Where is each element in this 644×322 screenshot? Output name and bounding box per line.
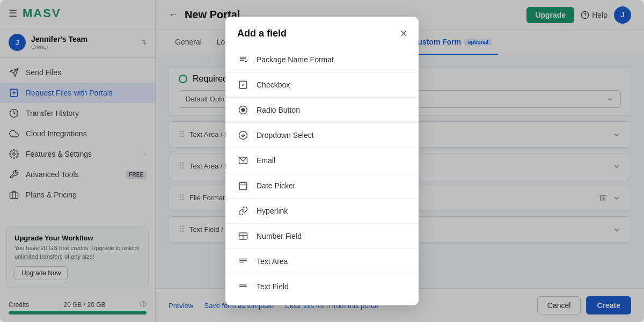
svg-point-8 (241, 108, 245, 112)
modal-item-label-number-field: Number Field (257, 232, 407, 240)
text-format-icon (237, 54, 249, 65)
modal-item-label-radio-button: Radio Button (257, 106, 407, 114)
modal-item-label-hyperlink: Hyperlink (257, 207, 407, 215)
modal-item-label-checkbox: Checkbox (257, 80, 407, 89)
modal-item-hyperlink[interactable]: Hyperlink (225, 199, 419, 224)
email-icon (237, 155, 249, 166)
checkbox-icon (237, 79, 249, 91)
number-icon (237, 230, 249, 242)
modal-header: Add a field × (225, 17, 419, 47)
text-field-icon (237, 281, 249, 292)
add-field-modal: Add a field × Package Name Format (225, 17, 419, 305)
modal-item-label-email: Email (257, 156, 407, 165)
modal-item-radio-button[interactable]: Radio Button (225, 98, 419, 123)
radio-icon (237, 104, 249, 116)
modal-item-package-name[interactable]: Package Name Format (225, 47, 419, 72)
modal-overlay[interactable]: Add a field × Package Name Format (0, 0, 644, 322)
modal-item-date-picker[interactable]: Date Picker (225, 173, 419, 199)
text-area-icon (237, 255, 249, 267)
modal-item-number-field[interactable]: Number Field (225, 224, 419, 249)
link-icon (237, 205, 249, 217)
main-content: ← New Portal Upgrade Help J General Look… (156, 0, 644, 322)
modal-item-label-package-name: Package Name Format (257, 55, 407, 64)
modal-item-email[interactable]: Email (225, 148, 419, 173)
modal-item-label-text-field: Text Field (257, 282, 407, 291)
modal-item-dropdown-select[interactable]: Dropdown Select (225, 123, 419, 148)
dropdown-icon (237, 129, 249, 141)
modal-item-text-area[interactable]: Text Area (225, 249, 419, 274)
modal-items-list: Package Name Format Checkbox (225, 47, 419, 305)
modal-title: Add a field (237, 28, 287, 39)
svg-rect-12 (239, 182, 247, 190)
modal-item-checkbox[interactable]: Checkbox (225, 72, 419, 98)
modal-close-button[interactable]: × (400, 27, 407, 40)
modal-item-label-dropdown: Dropdown Select (257, 131, 407, 140)
modal-item-label-date-picker: Date Picker (257, 181, 407, 190)
calendar-icon (237, 180, 249, 192)
modal-item-label-text-area: Text Area (257, 257, 407, 266)
modal-item-text-field[interactable]: Text Field (225, 274, 419, 299)
